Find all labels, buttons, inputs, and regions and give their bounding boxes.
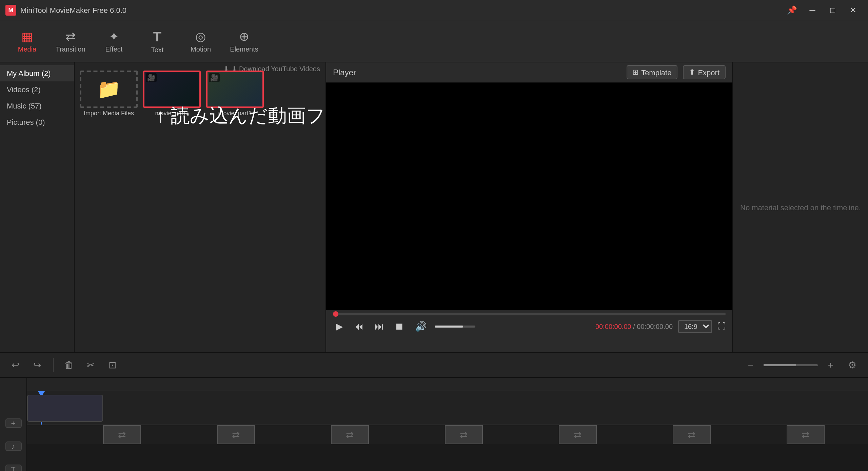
- zoom-fill: [764, 364, 796, 366]
- toolbar-text-label: Text: [151, 46, 164, 53]
- media-item-movie-part2[interactable]: 🎥 movie_part2: [143, 71, 201, 117]
- timeline-clip[interactable]: [27, 395, 103, 422]
- main-area: My Album (2) Videos (2) Music (57) Pictu…: [0, 62, 868, 352]
- close-button[interactable]: ✕: [844, 3, 863, 17]
- import-thumb[interactable]: 📁: [80, 71, 138, 108]
- media-panel: ⬇ ⬇ Download YouTube Videos 📁 Import Med…: [75, 62, 326, 352]
- toolbar-effect-label: Effect: [105, 45, 123, 53]
- undo-button[interactable]: ↩: [7, 356, 24, 374]
- toolbar-motion-label: Motion: [191, 45, 211, 53]
- transition-arrows-3: ⇄: [346, 429, 354, 440]
- app-title: MiniTool MovieMaker Free 6.0.0: [20, 6, 783, 14]
- video-type-icon-2: 🎥: [146, 73, 157, 82]
- volume-fill: [435, 325, 463, 327]
- toolbar-transition[interactable]: ⇄ Transition: [50, 23, 91, 59]
- transition-cell-6[interactable]: ⇄: [673, 425, 711, 444]
- titlebar: M MiniTool MovieMaker Free 6.0.0 📌 ─ □ ✕: [0, 0, 868, 20]
- export-button[interactable]: ⬆ Export: [683, 65, 726, 79]
- transition-cell-1[interactable]: ⇄: [103, 425, 141, 444]
- sidebar-item-music[interactable]: Music (57): [0, 98, 74, 114]
- video-track: [27, 391, 868, 425]
- sidebar-item-my-album[interactable]: My Album (2): [0, 65, 74, 81]
- media-name-movie-part2: movie_part2: [155, 110, 189, 117]
- play-button[interactable]: ▶: [333, 319, 346, 333]
- transition-cell-4[interactable]: ⇄: [445, 425, 483, 444]
- timeline: + ♪ T ⇄ ⇄ ⇄ ⇄: [0, 378, 868, 471]
- redo-button[interactable]: ↪: [28, 356, 46, 374]
- cut-button[interactable]: ✂: [82, 356, 100, 374]
- sidebar: My Album (2) Videos (2) Music (57) Pictu…: [0, 62, 75, 352]
- delete-button[interactable]: 🗑: [60, 356, 78, 374]
- toolbar-media-label: Media: [18, 45, 37, 53]
- template-icon: ⊞: [632, 68, 638, 77]
- effect-icon: ✦: [109, 29, 119, 44]
- toolbar-motion[interactable]: ◎ Motion: [180, 23, 221, 59]
- timeline-content: ⇄ ⇄ ⇄ ⇄ ⇄ ⇄ ⇄: [27, 378, 868, 471]
- zoom-slider[interactable]: [764, 364, 818, 366]
- next-button[interactable]: ⏭: [372, 319, 387, 333]
- maximize-button[interactable]: □: [823, 3, 842, 17]
- toolbar-media[interactable]: ▦ Media: [7, 23, 47, 59]
- prev-button[interactable]: ⏮: [351, 319, 366, 333]
- toolbar-effect[interactable]: ✦ Effect: [94, 23, 134, 59]
- minimize-button[interactable]: ─: [803, 3, 822, 17]
- import-label: Import Media Files: [84, 110, 134, 117]
- bottom-toolbar: ↩ ↪ 🗑 ✂ ⊡ − + ⚙: [0, 352, 868, 378]
- time-display: 00:00:00.00 / 00:00:00.00: [595, 322, 673, 330]
- zoom-out-button[interactable]: −: [742, 356, 760, 374]
- transition-arrows-5: ⇄: [574, 429, 582, 440]
- fullscreen-button[interactable]: ⛶: [717, 321, 726, 331]
- motion-icon: ◎: [195, 29, 206, 44]
- transition-arrows-2: ⇄: [232, 429, 240, 440]
- media-thumb-movie-part1[interactable]: 🎥: [206, 71, 264, 108]
- main-toolbar: ▦ Media ⇄ Transition ✦ Effect T Text ◎ M…: [0, 20, 868, 62]
- import-media-item[interactable]: 📁 Import Media Files: [80, 71, 138, 117]
- controls-row: ▶ ⏮ ⏭ ⏹ 🔊 00:00:00.00 / 00:00:00.00 16:9…: [333, 319, 726, 333]
- stop-button[interactable]: ⏹: [392, 319, 407, 333]
- time-separator: /: [633, 322, 635, 330]
- media-name-movie-part1: movie_part1: [218, 110, 252, 117]
- template-button[interactable]: ⊞ Template: [626, 65, 677, 79]
- transition-cell-3[interactable]: ⇄: [331, 425, 369, 444]
- media-item-movie-part1[interactable]: 🎥 movie_part1: [206, 71, 264, 117]
- transition-cell-2[interactable]: ⇄: [217, 425, 255, 444]
- progress-bar[interactable]: [333, 313, 726, 315]
- transition-arrows-6: ⇄: [688, 429, 696, 440]
- transition-icon: ⇄: [65, 29, 76, 44]
- text-track-button[interactable]: T: [5, 465, 21, 471]
- zoom-in-button[interactable]: +: [822, 356, 840, 374]
- time-total: 00:00:00.00: [637, 322, 673, 330]
- player-title: Player: [333, 67, 621, 77]
- volume-button[interactable]: 🔊: [412, 319, 429, 333]
- video-canvas: [326, 83, 732, 310]
- toolbar-elements[interactable]: ⊕ Elements: [224, 23, 264, 59]
- transition-cell-7[interactable]: ⇄: [787, 425, 825, 444]
- toolbar-transition-label: Transition: [56, 45, 85, 53]
- video-type-icon-1: 🎥: [209, 73, 220, 82]
- folder-icon: 📁: [97, 78, 121, 100]
- time-current: 00:00:00.00: [595, 322, 631, 330]
- no-selection-text: No material selected on the timeline.: [733, 196, 868, 218]
- volume-slider[interactable]: [435, 325, 475, 327]
- player-area: Player ⊞ Template ⬆ Export ▶ ⏮ ⏭ ⏹: [326, 62, 732, 352]
- toolbar-elements-label: Elements: [230, 45, 258, 53]
- add-track-button[interactable]: +: [5, 418, 21, 428]
- aspect-ratio-select[interactable]: 16:9 4:3 1:1 9:16: [678, 320, 712, 333]
- timeline-left: + ♪ T: [0, 378, 27, 471]
- audio-track-button[interactable]: ♪: [5, 441, 21, 451]
- zoom-controls: − + ⚙: [742, 356, 861, 374]
- timeline-ruler: [27, 378, 868, 391]
- sidebar-item-pictures[interactable]: Pictures (0): [0, 114, 74, 130]
- audio-track: [27, 444, 868, 471]
- crop-button[interactable]: ⊡: [104, 356, 121, 374]
- sidebar-item-videos[interactable]: Videos (2): [0, 81, 74, 98]
- toolbar-text[interactable]: T Text: [137, 23, 178, 59]
- transition-cell-5[interactable]: ⇄: [559, 425, 597, 444]
- toolbar-divider-1: [53, 358, 54, 372]
- transition-arrows-1: ⇄: [118, 429, 126, 440]
- pin-button[interactable]: 📌: [783, 3, 802, 17]
- media-thumb-movie-part2[interactable]: 🎥: [143, 71, 201, 108]
- player-controls: ▶ ⏮ ⏭ ⏹ 🔊 00:00:00.00 / 00:00:00.00 16:9…: [326, 310, 732, 352]
- app-icon: M: [5, 4, 16, 15]
- zoom-settings-button[interactable]: ⚙: [844, 356, 861, 374]
